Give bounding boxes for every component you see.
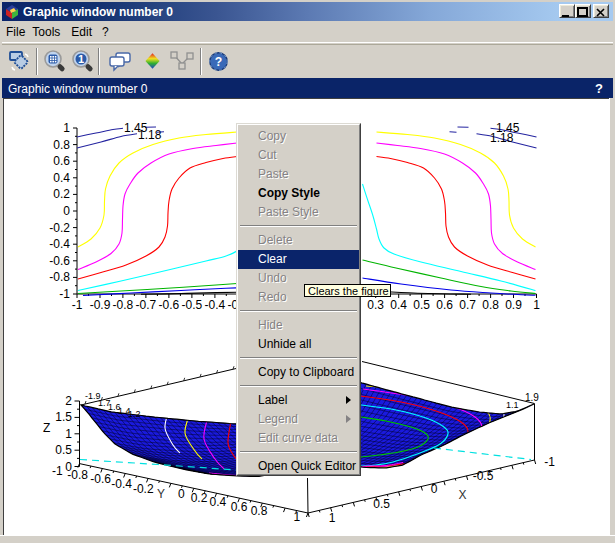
svg-text:1.18: 1.18 [490,131,514,145]
svg-text:-0.9: -0.9 [90,298,111,312]
svg-text:0.4: 0.4 [53,171,70,185]
svg-text:1: 1 [329,511,336,525]
svg-text:1: 1 [78,53,84,65]
svg-text:1.1: 1.1 [506,400,519,410]
svg-text:0.6: 0.6 [436,298,453,312]
svg-text:1.9: 1.9 [525,392,539,403]
svg-text:0.3: 0.3 [367,298,384,312]
svg-text:0.6: 0.6 [53,154,70,168]
svg-text:0.5: 0.5 [373,497,390,511]
svg-text:-0.2: -0.2 [133,482,154,496]
svg-text:1: 1 [293,510,300,524]
svg-text:0.9: 0.9 [505,298,522,312]
svg-text:-0.4: -0.4 [111,477,132,491]
svg-text:-1: -1 [59,287,70,301]
svg-text:0: 0 [178,487,185,501]
svg-text:0.2: 0.2 [191,491,208,505]
svg-text:-0.6: -0.6 [159,298,180,312]
svg-text:0.5: 0.5 [55,443,72,457]
svg-text:-0.8: -0.8 [49,270,70,284]
svg-text:0.8: 0.8 [482,298,499,312]
svg-text:2: 2 [65,394,72,408]
svg-text:-0.7: -0.7 [136,298,157,312]
svg-text:-0.8: -0.8 [113,298,134,312]
svg-text:0.8: 0.8 [251,504,268,518]
svg-text:0.4: 0.4 [390,298,407,312]
svg-text:1.5: 1.5 [55,410,72,424]
svg-text:0.7: 0.7 [459,298,476,312]
svg-text:-0.4: -0.4 [205,298,226,312]
svg-text:0: 0 [431,482,438,496]
svg-text:Z: Z [43,421,50,435]
svg-text:-1: -1 [72,298,83,312]
svg-text:0.4: 0.4 [209,495,226,509]
svg-text:Y: Y [157,487,165,501]
svg-text:-0.5: -0.5 [473,469,494,483]
svg-text:-1: -1 [544,455,555,469]
svg-text:X: X [459,488,467,502]
svg-text:-0.4: -0.4 [49,237,70,251]
svg-text:0.6: 0.6 [231,500,248,514]
svg-text:0: 0 [63,204,70,218]
svg-text:-1: -1 [52,464,63,478]
svg-text:-0.8: -0.8 [67,468,88,482]
svg-text:-0.6: -0.6 [90,472,111,486]
svg-text:?: ? [215,55,222,69]
svg-text:1.18: 1.18 [138,128,162,142]
svg-text:1: 1 [63,121,70,135]
svg-text:0.2: 0.2 [53,187,70,201]
svg-text:-0.2: -0.2 [49,221,70,235]
svg-text:0.8: 0.8 [53,138,70,152]
svg-text:1.2: 1.2 [128,409,141,419]
svg-text:-0.6: -0.6 [49,254,70,268]
svg-text:0.5: 0.5 [413,298,430,312]
svg-text:1: 1 [533,298,540,312]
svg-text:-0.5: -0.5 [182,298,203,312]
svg-text:1: 1 [65,427,72,441]
